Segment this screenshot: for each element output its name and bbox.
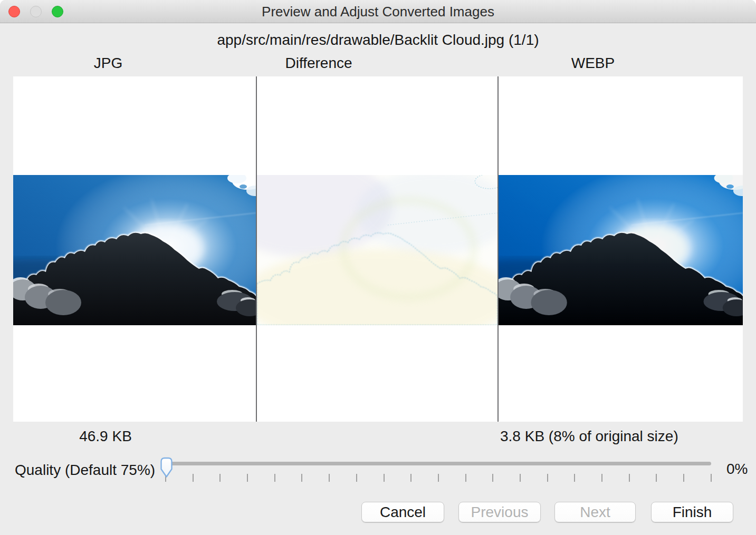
- webp-size-label: 3.8 KB (8% of original size): [500, 428, 678, 445]
- webp-preview-dialog: Preview and Adjust Converted Images app/…: [0, 0, 756, 535]
- panel-divider: [497, 76, 499, 422]
- panel-divider: [256, 76, 257, 422]
- column-label-jpg: JPG: [94, 55, 122, 72]
- title-bar: Preview and Adjust Converted Images: [0, 0, 756, 23]
- quality-value-label: 0%: [726, 461, 748, 478]
- jpg-size-label: 46.9 KB: [79, 428, 132, 445]
- column-label-difference: Difference: [285, 55, 352, 72]
- column-label-webp: WEBP: [571, 55, 615, 72]
- cancel-button[interactable]: Cancel: [361, 502, 444, 522]
- previous-button[interactable]: Previous: [458, 502, 541, 522]
- jpg-preview-image: [13, 175, 256, 325]
- quality-slider-label: Quality (Default 75%): [15, 462, 155, 479]
- finish-button[interactable]: Finish: [651, 502, 733, 522]
- webp-preview-image: [499, 175, 743, 325]
- slider-track[interactable]: [166, 462, 711, 465]
- preview-panels: [13, 76, 743, 422]
- slider-ticks: [165, 474, 712, 482]
- slider-thumb[interactable]: [158, 456, 175, 479]
- next-button[interactable]: Next: [554, 502, 636, 522]
- file-path-title: app/src/main/res/drawable/Backlit Cloud.…: [0, 32, 756, 48]
- window-title: Preview and Adjust Converted Images: [0, 0, 756, 23]
- difference-preview-image: [257, 175, 497, 325]
